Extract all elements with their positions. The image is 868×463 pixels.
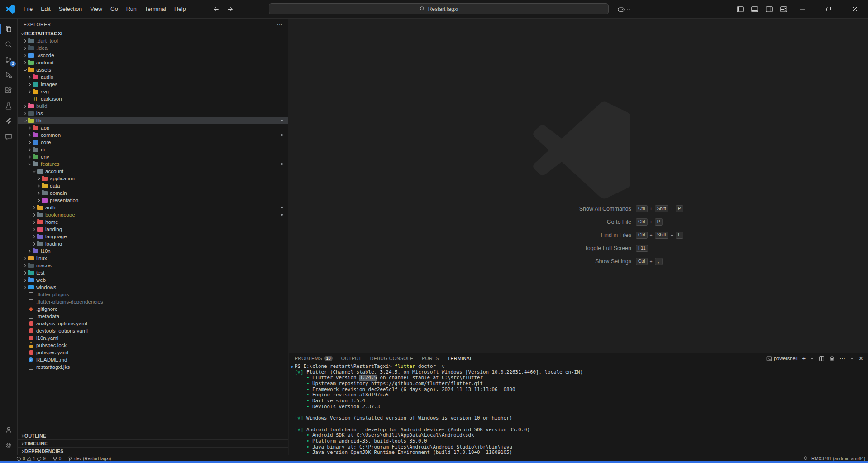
- minimize-button[interactable]: [789, 0, 816, 18]
- menu-file[interactable]: File: [19, 0, 37, 18]
- menu-edit[interactable]: Edit: [37, 0, 55, 18]
- tree-root-folder[interactable]: RESTARTTAGXI: [18, 30, 288, 37]
- tree-item-dark.json[interactable]: {}dark.json: [18, 95, 288, 102]
- tree-item-assets[interactable]: assets: [18, 66, 288, 73]
- tree-item-windows[interactable]: windows: [18, 284, 288, 291]
- explorer-more-actions-icon[interactable]: ⋯: [277, 22, 283, 27]
- panel-tab-debug-console[interactable]: DEBUG CONSOLE: [370, 354, 414, 363]
- tree-item-macos[interactable]: macos: [18, 262, 288, 269]
- tree-item-language[interactable]: language: [18, 233, 288, 240]
- tree-item-di[interactable]: di: [18, 146, 288, 153]
- menu-terminal[interactable]: Terminal: [141, 0, 170, 18]
- tree-item-pubspec.yaml[interactable]: pubspec.yaml: [18, 349, 288, 356]
- tree-item-audio[interactable]: audio: [18, 73, 288, 81]
- folder-icon: [37, 169, 43, 174]
- menu-help[interactable]: Help: [170, 0, 190, 18]
- tree-item-account[interactable]: account: [18, 168, 288, 175]
- dependencies-section[interactable]: DEPENDENCIES: [18, 447, 288, 455]
- tree-item-home[interactable]: home: [18, 218, 288, 226]
- close-button[interactable]: [842, 0, 868, 18]
- search-view-icon[interactable]: [0, 37, 17, 52]
- problems-status[interactable]: 0 1 9: [16, 456, 46, 461]
- account-icon[interactable]: [0, 422, 17, 438]
- tree-item-restarttagxi.jks[interactable]: restarttagxi.jks: [18, 363, 288, 371]
- toggle-secondary-sidebar-icon[interactable]: [765, 5, 773, 13]
- tree-item-test[interactable]: test: [18, 269, 288, 276]
- tree-item-domain[interactable]: domain: [18, 189, 288, 197]
- copilot-button[interactable]: [617, 0, 630, 18]
- git-branch-status[interactable]: dev (RestartTagxi): [68, 456, 111, 461]
- chat-icon[interactable]: [0, 129, 17, 145]
- settings-gear-icon[interactable]: [0, 438, 17, 453]
- menu-selection[interactable]: Selection: [55, 0, 86, 18]
- command-center-search[interactable]: RestartTagxi: [269, 3, 609, 14]
- toggle-panel-icon[interactable]: [751, 5, 758, 13]
- tree-item-.vscode[interactable]: .vscode: [18, 52, 288, 59]
- close-panel-icon[interactable]: ✕: [858, 356, 863, 362]
- source-control-icon[interactable]: 2: [0, 52, 17, 68]
- maximize-panel-icon[interactable]: [850, 357, 854, 361]
- panel-tab-ports[interactable]: PORTS: [422, 354, 439, 363]
- tree-item-pubspec.lock[interactable]: pubspec.lock: [18, 342, 288, 349]
- explorer-icon[interactable]: [0, 21, 17, 37]
- tree-item-l10n.yaml[interactable]: l10n.yaml: [18, 334, 288, 342]
- tree-item-loading[interactable]: loading: [18, 240, 288, 247]
- toggle-primary-sidebar-icon[interactable]: [736, 5, 744, 13]
- tree-item-landing[interactable]: landing: [18, 226, 288, 233]
- tree-item-env[interactable]: env: [18, 153, 288, 160]
- back-arrow-icon[interactable]: [213, 6, 219, 13]
- tree-item-android[interactable]: android: [18, 59, 288, 66]
- tree-item-data[interactable]: data: [18, 182, 288, 189]
- terminal-shell-selector[interactable]: powershell: [766, 356, 798, 362]
- flutter-icon[interactable]: [0, 114, 17, 129]
- run-and-debug-icon[interactable]: [0, 68, 17, 83]
- tree-item-lib[interactable]: lib: [18, 117, 288, 124]
- tree-item-app[interactable]: app: [18, 124, 288, 131]
- split-terminal-icon[interactable]: [819, 356, 825, 362]
- menu-run[interactable]: Run: [122, 0, 141, 18]
- timeline-section[interactable]: TIMELINE: [18, 439, 288, 447]
- tree-item-common[interactable]: common: [18, 131, 288, 139]
- panel-more-actions-icon[interactable]: ⋯: [839, 356, 845, 362]
- outline-section[interactable]: OUTLINE: [18, 432, 288, 439]
- menu-view[interactable]: View: [86, 0, 106, 18]
- tree-item-images[interactable]: images: [18, 81, 288, 88]
- terminal-output[interactable]: PS E:\clone-restart\RestartTagxi> flutte…: [289, 364, 866, 455]
- panel-tab-problems[interactable]: PROBLEMS10: [295, 354, 333, 363]
- tree-item-application[interactable]: application: [18, 175, 288, 182]
- restore-button[interactable]: [816, 0, 842, 18]
- tree-item-linux[interactable]: linux: [18, 255, 288, 262]
- tree-item-ios[interactable]: ios: [18, 110, 288, 117]
- tree-item-l10n[interactable]: l10n: [18, 247, 288, 255]
- panel-tab-output[interactable]: OUTPUT: [341, 354, 362, 363]
- tree-item-features[interactable]: features: [18, 160, 288, 168]
- tree-item-auth[interactable]: auth: [18, 204, 288, 211]
- tree-item-core[interactable]: core: [18, 139, 288, 146]
- tree-item-analysis_options.yaml[interactable]: analysis_options.yaml: [18, 320, 288, 327]
- terminal-dropdown-icon[interactable]: [810, 357, 814, 361]
- tree-item-web[interactable]: web: [18, 276, 288, 284]
- testing-icon[interactable]: [0, 98, 17, 114]
- tree-item-.gitignore[interactable]: .gitignore: [18, 305, 288, 313]
- tree-item-presentation[interactable]: presentation: [18, 197, 288, 204]
- kill-terminal-icon[interactable]: [829, 356, 835, 362]
- tree-item-bookingpage[interactable]: bookingpage: [18, 211, 288, 218]
- tree-item-.dart_tool[interactable]: .dart_tool: [18, 37, 288, 44]
- tree-item-.idea[interactable]: .idea: [18, 44, 288, 52]
- forward-arrow-icon[interactable]: [227, 6, 234, 13]
- device-selector[interactable]: RMX3761 (android-arm64): [811, 456, 865, 461]
- menu-go[interactable]: Go: [106, 0, 122, 18]
- extensions-icon[interactable]: [0, 83, 17, 98]
- ports-status[interactable]: 0: [52, 456, 62, 461]
- tree-item-devtools_options.yaml[interactable]: devtools_options.yaml: [18, 327, 288, 334]
- tree-item-svg[interactable]: svg: [18, 88, 288, 95]
- panel-tab-terminal[interactable]: TERMINAL: [448, 354, 473, 363]
- tree-item-.metadata[interactable]: .metadata: [18, 313, 288, 320]
- new-terminal-icon[interactable]: +: [802, 356, 806, 362]
- customize-layout-icon[interactable]: [780, 5, 787, 13]
- tree-item-README.md[interactable]: iREADME.md: [18, 356, 288, 363]
- zoom-out-icon[interactable]: [803, 456, 809, 461]
- tree-item-.flutter-plugins-dependencies[interactable]: .flutter-plugins-dependencies: [18, 298, 288, 305]
- tree-item-.flutter-plugins[interactable]: .flutter-plugins: [18, 291, 288, 298]
- tree-item-build[interactable]: build: [18, 102, 288, 110]
